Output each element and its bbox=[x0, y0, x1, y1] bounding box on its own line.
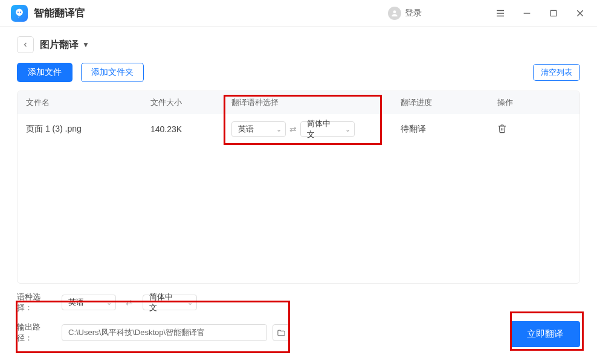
table-row: 页面 1 (3) .png 140.23K 英语 ⌄ ⇄ 简体中文 ⌄ 待翻译 bbox=[18, 114, 579, 144]
footer-target-lang-value: 简体中文 bbox=[149, 292, 176, 313]
col-header-progress: 翻译进度 bbox=[392, 97, 489, 108]
col-header-lang: 翻译语种选择 bbox=[223, 97, 392, 108]
col-header-name: 文件名 bbox=[18, 97, 150, 108]
svg-point-0 bbox=[16, 8, 23, 16]
chevron-down-icon: ⌄ bbox=[187, 299, 193, 307]
translate-button[interactable]: 立即翻译 bbox=[510, 321, 580, 347]
row-source-lang-select[interactable]: 英语 ⌄ bbox=[231, 121, 286, 137]
chevron-down-icon: ⌄ bbox=[106, 299, 112, 307]
footer-source-lang-select[interactable]: 英语 ⌄ bbox=[62, 295, 116, 310]
minimize-button[interactable] bbox=[521, 7, 533, 19]
login-button[interactable]: 登录 bbox=[405, 8, 422, 19]
app-logo bbox=[11, 5, 28, 22]
browse-folder-button[interactable] bbox=[273, 324, 289, 341]
clear-list-button[interactable]: 清空列表 bbox=[533, 64, 580, 81]
svg-rect-8 bbox=[550, 10, 556, 16]
avatar-icon bbox=[388, 7, 401, 20]
chevron-down-icon: ⌄ bbox=[345, 126, 350, 133]
breadcrumb-title: 图片翻译 bbox=[40, 39, 79, 51]
output-path-input[interactable]: C:\Users\风平科技\Desktop\智能翻译官 bbox=[62, 324, 267, 341]
svg-point-1 bbox=[18, 11, 19, 13]
footer-lang-label: 语种选择： bbox=[17, 292, 56, 313]
titlebar: 智能翻译官 登录 bbox=[0, 0, 597, 27]
row-source-lang-value: 英语 bbox=[238, 124, 254, 135]
delete-row-button[interactable] bbox=[497, 126, 507, 135]
row-target-lang-select[interactable]: 简体中文 ⌄ bbox=[300, 121, 355, 137]
footer-path-label: 输出路径： bbox=[17, 322, 56, 343]
file-table: 文件名 文件大小 翻译语种选择 翻译进度 操作 页面 1 (3) .png 14… bbox=[17, 91, 580, 284]
chevron-down-icon: ⌄ bbox=[276, 126, 282, 133]
cell-progress: 待翻译 bbox=[392, 124, 489, 135]
close-button[interactable] bbox=[574, 7, 586, 19]
footer-source-lang-value: 英语 bbox=[68, 297, 84, 308]
row-target-lang-value: 简体中文 bbox=[307, 118, 334, 140]
footer: 语种选择： 英语 ⌄ ⇄ 简体中文 ⌄ 输出路径： C:\Users\风平科技\… bbox=[0, 283, 597, 364]
breadcrumb-dropdown[interactable]: 图片翻译 ▼ bbox=[40, 39, 89, 51]
svg-point-2 bbox=[20, 11, 21, 13]
col-header-size: 文件大小 bbox=[150, 97, 223, 108]
svg-point-3 bbox=[393, 10, 396, 13]
footer-target-lang-select[interactable]: 简体中文 ⌄ bbox=[143, 295, 197, 310]
caret-down-icon: ▼ bbox=[82, 40, 89, 49]
back-button[interactable] bbox=[17, 36, 34, 53]
col-header-op: 操作 bbox=[489, 97, 579, 108]
cell-filename: 页面 1 (3) .png bbox=[18, 124, 150, 135]
output-path-value: C:\Users\风平科技\Desktop\智能翻译官 bbox=[68, 327, 205, 338]
add-file-button[interactable]: 添加文件 bbox=[17, 63, 73, 82]
swap-icon[interactable]: ⇄ bbox=[289, 124, 297, 134]
app-title: 智能翻译官 bbox=[34, 6, 85, 20]
table-header: 文件名 文件大小 翻译语种选择 翻译进度 操作 bbox=[18, 91, 579, 114]
maximize-button[interactable] bbox=[547, 7, 560, 19]
add-folder-button[interactable]: 添加文件夹 bbox=[81, 63, 144, 82]
cell-filesize: 140.23K bbox=[150, 124, 223, 134]
menu-button[interactable] bbox=[494, 7, 506, 19]
swap-icon[interactable]: ⇄ bbox=[126, 298, 133, 307]
